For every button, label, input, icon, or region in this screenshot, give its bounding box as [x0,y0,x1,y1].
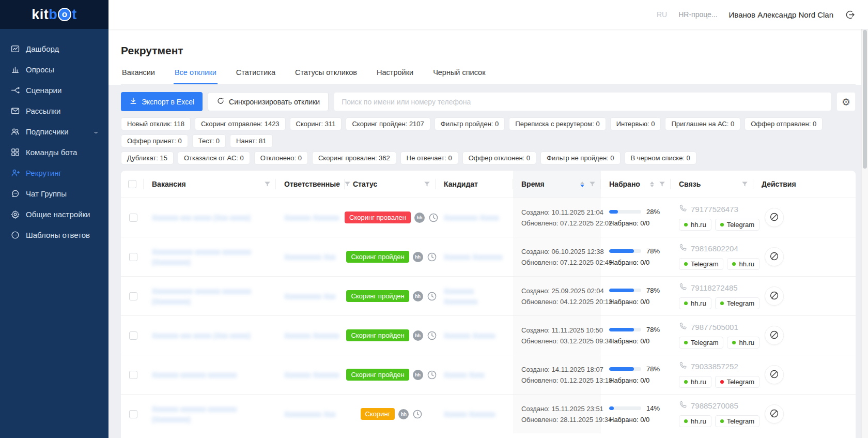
filter-badge[interactable]: Дубликат: 15 [121,152,174,164]
filter-badge[interactable]: Фильтр пройден: 0 [435,117,505,130]
responsible-link-blurred[interactable]: Ххххххх Ххххххх [284,330,339,341]
block-candidate-button[interactable] [765,365,784,384]
tab-настройки[interactable]: Настройки [376,68,414,84]
logout-icon[interactable] [845,10,855,20]
row-checkbox[interactable] [129,292,137,300]
block-candidate-button[interactable] [765,286,784,306]
tab-черный-список[interactable]: Черный список [432,68,486,84]
filter-badge[interactable]: Скоринг отправлен: 1423 [195,117,286,130]
filter-badge[interactable]: Скоринг: 311 [290,117,342,130]
candidate-link-blurred[interactable]: Хххххх Ххххххх [444,409,508,419]
filter-badge[interactable]: Отклонено: 0 [254,152,308,164]
phone-row: 79885270085 [679,401,748,411]
filter-badge[interactable]: Оффер принят: 0 [121,134,188,147]
filter-badge[interactable]: Переписка с рекрутером: 0 [509,117,606,130]
hh-source-icon[interactable]: hh [414,213,425,223]
filter-icon[interactable] [424,181,430,188]
block-candidate-button[interactable] [765,326,784,345]
filter-badge[interactable]: Не отвечает: 0 [400,152,458,164]
filter-badge[interactable]: Тест: 0 [192,134,226,147]
filter-badge[interactable]: Оффер отклонен: 0 [462,152,536,164]
workspace-name[interactable]: HR-проце... [678,10,717,19]
filter-badge[interactable]: В черном списке: 0 [625,152,696,164]
filter-icon[interactable] [264,181,271,188]
block-candidate-button[interactable] [765,404,784,424]
sidebar-item-mailings[interactable]: Рассылки [0,100,109,121]
sidebar-item-subscribers[interactable]: Подписчики⌄ [0,121,109,142]
sort-asc-icon[interactable] [650,182,654,184]
sidebar-item-chat-groups[interactable]: Чат Группы [0,183,109,204]
responsible-link-blurred[interactable]: Хххххххххх Ххх [284,252,339,262]
responsible-link-blurred[interactable]: Хххххххххх Ххх [284,409,339,419]
responsible-link-blurred[interactable]: Ххххххх Ххххххх [284,370,339,380]
row-checkbox[interactable] [129,253,137,261]
filter-icon[interactable] [589,181,596,188]
tab-статусы-откликов[interactable]: Статусы откликов [294,68,358,84]
vacancy-link-blurred[interactable]: (Ххххххххх) [152,296,271,307]
filter-badge[interactable]: Скоринг пройден: 2107 [346,117,430,130]
filter-badge[interactable]: Приглашен на АС: 0 [665,117,740,130]
responsible-link-blurred[interactable]: Хххххххххх Ххх [284,291,339,301]
select-all-checkbox[interactable] [128,180,136,188]
sort-icons[interactable] [650,182,654,187]
sidebar-item-surveys[interactable]: Опросы [0,59,109,80]
hh-source-icon[interactable]: hh [413,252,423,262]
search-input[interactable] [334,92,831,111]
filter-badge[interactable]: Нанят: 81 [230,134,272,147]
scrollbar-thumb[interactable] [863,30,867,169]
filter-badge[interactable]: Новый отклик: 118 [121,117,191,130]
vacancy-link-blurred[interactable]: (Ххххххххх) [152,257,271,267]
updated-at: Обновлено: 01.12.2025 13:18 [521,375,596,386]
sort-icons[interactable] [580,182,584,187]
candidate-link-blurred[interactable]: Ххххххх Хххххххх [444,252,508,262]
vacancy-link-blurred[interactable]: Ххххххх ххххххх хххххххх [152,404,271,414]
sidebar-item-scenarios[interactable]: Сценарии [0,80,109,100]
hh-source-icon[interactable]: hh [398,409,409,419]
candidate-link-blurred[interactable]: Ххххххх Хххххх [444,330,508,341]
candidate-link-blurred[interactable]: Ххххххххх Ххххх [444,213,508,223]
row-checkbox[interactable] [129,331,137,340]
filter-badge[interactable]: Интервью: 0 [610,117,661,130]
sidebar-item-dashboard[interactable]: Дашборд [0,38,109,59]
sidebar-item-general-settings[interactable]: Общие настройки [0,204,109,224]
history-clock-icon[interactable] [412,409,423,419]
hh-source-icon[interactable]: hh [413,291,423,301]
hh-source-icon[interactable]: hh [413,330,423,341]
sort-desc-icon[interactable] [650,185,654,187]
export-excel-button[interactable]: Экспорт в Excel [121,92,203,111]
filter-icon[interactable] [741,181,748,188]
filter-badge[interactable]: Фильтр не пройден: 0 [540,152,621,164]
hh-source-icon[interactable]: hh [413,370,423,380]
vacancy-link-blurred[interactable]: (Ххххххххх) [152,414,271,425]
block-candidate-button[interactable] [765,247,784,266]
block-candidate-button[interactable] [765,208,784,227]
vacancy-link-blurred[interactable]: Ххххххххххх ххххххх хххххххх [152,247,271,257]
sidebar-item-bot-commands[interactable]: Команды бота [0,142,109,162]
row-checkbox[interactable] [129,214,137,222]
sort-asc-icon[interactable] [580,182,584,184]
responsible-link-blurred[interactable]: Ххххххх Ххххххх [284,213,339,223]
user-name[interactable]: Иванов Александр Nord Clan [729,10,833,19]
sidebar-item-recruiting[interactable]: Рекрутинг [0,162,109,183]
sync-responses-button[interactable]: Синхронизировать отклики [208,92,329,111]
kitbot-logo[interactable]: kitbot [0,0,109,29]
sidebar-item-reply-templates[interactable]: Шаблоны ответов [0,224,109,245]
table-settings-button[interactable]: ⚙ [836,92,856,111]
language-switcher[interactable]: RU [657,10,667,19]
candidate-link-blurred[interactable]: Хххххх Хххх [444,370,508,380]
candidate-link-blurred[interactable]: Хххххххх Ххххххххх [444,286,508,307]
vacancy-link-blurred[interactable]: Ххххххх ххх ххххх (Ххх ххххх) [152,330,271,341]
vacancy-link-blurred[interactable]: Ххххххххххх ххххххх хххххххх [152,286,271,296]
sort-desc-icon[interactable] [580,185,584,187]
vacancy-link-blurred[interactable]: Ххххххх ххххххх хххххххх [152,370,271,380]
tab-все-отклики[interactable]: Все отклики [174,68,218,84]
row-checkbox[interactable] [129,371,137,379]
tab-статистика[interactable]: Статистика [235,68,276,84]
filter-icon[interactable] [659,181,665,188]
filter-badge[interactable]: Оффер отправлен: 0 [745,117,823,130]
tab-вакансии[interactable]: Вакансии [121,68,156,84]
filter-badge[interactable]: Скоринг провален: 362 [312,152,396,164]
vacancy-link-blurred[interactable]: Ххххххх ххх ххххх (Ххх ххххх) [152,213,271,223]
row-checkbox[interactable] [129,410,137,418]
filter-badge[interactable]: Отказался от АС: 0 [178,152,250,164]
